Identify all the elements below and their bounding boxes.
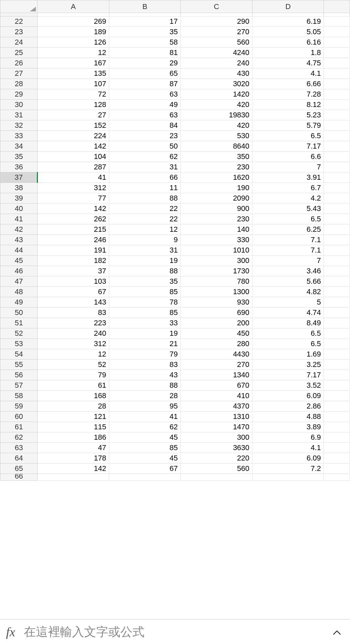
formula-input[interactable] [24, 625, 330, 639]
cell[interactable]: 4.88 [252, 412, 324, 422]
cell[interactable]: 270 [181, 360, 252, 370]
cell[interactable] [324, 380, 350, 391]
cell[interactable]: 95 [109, 401, 181, 412]
cell[interactable]: 420 [181, 120, 252, 131]
cell[interactable]: 28 [38, 401, 109, 412]
row-header[interactable]: 63 [0, 443, 38, 453]
cell[interactable] [324, 141, 350, 152]
cell[interactable] [324, 245, 350, 256]
cell[interactable] [324, 183, 350, 193]
cell[interactable] [324, 339, 350, 349]
row-header[interactable]: 38 [0, 183, 38, 193]
column-header-extra[interactable] [324, 0, 350, 13]
row-header[interactable]: 41 [0, 214, 38, 224]
cell[interactable]: 6.5 [252, 328, 324, 339]
cell[interactable]: 2090 [181, 193, 252, 204]
cell[interactable]: 142 [38, 204, 109, 214]
row-header[interactable]: 33 [0, 131, 38, 141]
cell[interactable] [324, 412, 350, 422]
cell[interactable]: 62 [109, 152, 181, 162]
cell[interactable] [324, 287, 350, 297]
cell[interactable]: 7.17 [252, 141, 324, 152]
row-header[interactable]: 36 [0, 162, 38, 172]
cell[interactable]: 191 [38, 245, 109, 256]
cell[interactable]: 3020 [181, 79, 252, 89]
column-header-c[interactable]: C [181, 0, 252, 13]
cell[interactable]: 1420 [181, 89, 252, 100]
cell[interactable]: 6.09 [252, 391, 324, 401]
cell[interactable]: 6.9 [252, 432, 324, 443]
cell[interactable]: 37 [38, 266, 109, 276]
cell[interactable]: 4430 [181, 349, 252, 360]
cell[interactable]: 29 [109, 58, 181, 68]
cell[interactable]: 6.5 [252, 339, 324, 349]
cell[interactable] [324, 100, 350, 110]
cell[interactable]: 5.23 [252, 110, 324, 120]
cell[interactable]: 240 [38, 328, 109, 339]
column-header-b[interactable]: B [109, 0, 181, 13]
cell[interactable] [324, 235, 350, 245]
row-header[interactable]: 31 [0, 110, 38, 120]
row-header[interactable]: 25 [0, 48, 38, 58]
cell[interactable]: 6.16 [252, 37, 324, 48]
cell[interactable]: 189 [38, 27, 109, 37]
cell[interactable]: 140 [181, 224, 252, 235]
cell[interactable]: 19 [109, 256, 181, 266]
row-header[interactable]: 64 [0, 453, 38, 464]
cell[interactable]: 81 [109, 48, 181, 58]
cell[interactable]: 142 [38, 141, 109, 152]
cell[interactable] [324, 276, 350, 287]
cell[interactable]: 104 [38, 152, 109, 162]
cell[interactable]: 45 [109, 432, 181, 443]
cell[interactable]: 67 [109, 464, 181, 474]
cell[interactable]: 1.69 [252, 349, 324, 360]
cell[interactable]: 88 [109, 380, 181, 391]
cell[interactable]: 1300 [181, 287, 252, 297]
cell[interactable]: 9 [109, 235, 181, 245]
cell[interactable]: 223 [38, 318, 109, 328]
cell[interactable]: 85 [109, 443, 181, 453]
cell[interactable]: 152 [38, 120, 109, 131]
cell[interactable]: 240 [181, 58, 252, 68]
cell[interactable] [324, 360, 350, 370]
row-header[interactable]: 53 [0, 339, 38, 349]
cell[interactable]: 7 [252, 162, 324, 172]
cell[interactable]: 430 [181, 68, 252, 79]
cell[interactable] [324, 131, 350, 141]
row-header[interactable]: 48 [0, 287, 38, 297]
row-header[interactable]: 27 [0, 68, 38, 79]
cell[interactable]: 246 [38, 235, 109, 245]
cell[interactable]: 1310 [181, 412, 252, 422]
cell[interactable] [324, 391, 350, 401]
cell[interactable]: 5.43 [252, 204, 324, 214]
cell[interactable]: 58 [109, 37, 181, 48]
row-header[interactable]: 40 [0, 204, 38, 214]
cell[interactable]: 12 [109, 224, 181, 235]
cell[interactable]: 270 [181, 27, 252, 37]
chevron-down-icon[interactable] [330, 627, 344, 637]
cell[interactable]: 63 [109, 110, 181, 120]
row-header[interactable]: 26 [0, 58, 38, 68]
cell[interactable]: 1620 [181, 172, 252, 183]
cell[interactable]: 178 [38, 453, 109, 464]
cell[interactable]: 3.52 [252, 380, 324, 391]
cell[interactable]: 7.28 [252, 89, 324, 100]
cell[interactable]: 220 [181, 453, 252, 464]
cell[interactable]: 107 [38, 79, 109, 89]
cell[interactable]: 62 [109, 422, 181, 432]
cell[interactable] [38, 474, 109, 481]
cell[interactable]: 287 [38, 162, 109, 172]
cell[interactable]: 19830 [181, 110, 252, 120]
row-header[interactable]: 62 [0, 432, 38, 443]
cell[interactable]: 7.2 [252, 464, 324, 474]
row-header[interactable]: 57 [0, 380, 38, 391]
cell[interactable]: 182 [38, 256, 109, 266]
cell[interactable]: 43 [109, 370, 181, 380]
cell[interactable]: 312 [38, 339, 109, 349]
cell[interactable]: 300 [181, 432, 252, 443]
cell[interactable]: 269 [38, 16, 109, 27]
cell[interactable]: 88 [109, 266, 181, 276]
cell[interactable]: 5.66 [252, 276, 324, 287]
select-all-corner[interactable] [0, 0, 38, 13]
cell[interactable] [324, 162, 350, 172]
